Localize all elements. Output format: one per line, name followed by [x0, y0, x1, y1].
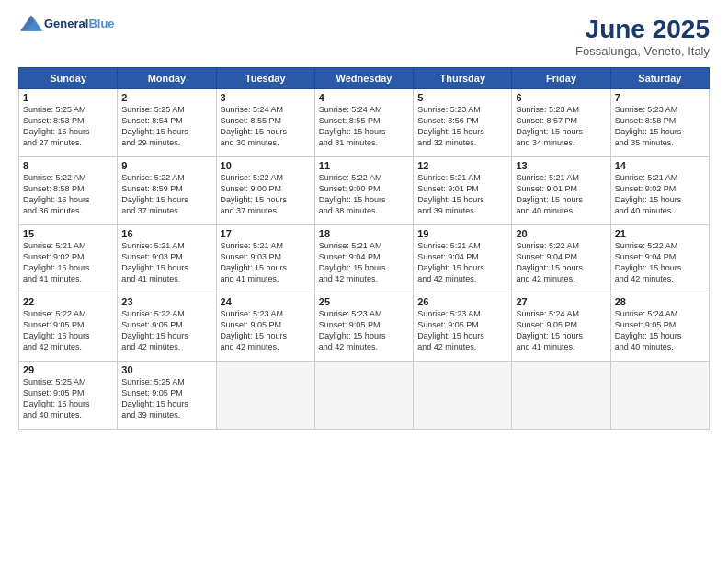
day-info: Sunrise: 5:22 AM Sunset: 9:04 PM Dayligh… [615, 240, 705, 285]
sunset: Sunset: 9:05 PM [121, 320, 183, 329]
day-info: Sunrise: 5:23 AM Sunset: 9:05 PM Dayligh… [221, 308, 311, 353]
sunset: Sunset: 9:05 PM [121, 388, 183, 397]
week-row-1: 1 Sunrise: 5:25 AM Sunset: 8:53 PM Dayli… [19, 89, 710, 157]
calendar-page: GeneralBlue June 2025 Fossalunga, Veneto… [0, 0, 728, 563]
daylight-label: Daylight: 15 hours [615, 127, 682, 136]
sunrise: Sunrise: 5:23 AM [516, 105, 579, 114]
daylight-minutes: and 35 minutes. [615, 138, 674, 147]
daylight-label: Daylight: 15 hours [221, 263, 288, 272]
day-number: 15 [23, 228, 113, 239]
daylight-minutes: and 40 minutes. [615, 206, 674, 215]
sunset: Sunset: 8:59 PM [121, 184, 183, 193]
day-cell-6: 6 Sunrise: 5:23 AM Sunset: 8:57 PM Dayli… [512, 89, 610, 157]
daylight-minutes: and 36 minutes. [23, 206, 82, 215]
day-number: 29 [23, 364, 113, 375]
daylight-minutes: and 41 minutes. [23, 274, 82, 283]
sunset: Sunset: 9:05 PM [319, 320, 381, 329]
daylight-minutes: and 37 minutes. [221, 206, 279, 215]
sunrise: Sunrise: 5:22 AM [121, 173, 185, 182]
day-info: Sunrise: 5:22 AM Sunset: 9:05 PM Dayligh… [121, 308, 211, 353]
day-info: Sunrise: 5:25 AM Sunset: 9:05 PM Dayligh… [23, 376, 113, 421]
day-number: 3 [221, 92, 311, 103]
sunrise: Sunrise: 5:21 AM [319, 241, 382, 250]
sunrise: Sunrise: 5:23 AM [417, 105, 481, 114]
sunrise: Sunrise: 5:22 AM [516, 241, 579, 250]
sunset: Sunset: 9:01 PM [417, 184, 479, 193]
sunset: Sunset: 9:00 PM [221, 184, 282, 193]
daylight-label: Daylight: 15 hours [23, 263, 90, 272]
empty-cell [512, 362, 610, 430]
day-number: 24 [221, 296, 311, 307]
daylight-minutes: and 39 minutes. [417, 206, 476, 215]
daylight-minutes: and 30 minutes. [221, 138, 279, 147]
sunrise: Sunrise: 5:25 AM [23, 105, 86, 114]
daylight-minutes: and 42 minutes. [319, 342, 378, 351]
day-number: 28 [615, 296, 705, 307]
day-cell-25: 25 Sunrise: 5:23 AM Sunset: 9:05 PM Dayl… [314, 293, 413, 362]
daylight-minutes: and 42 minutes. [516, 274, 574, 283]
day-cell-24: 24 Sunrise: 5:23 AM Sunset: 9:05 PM Dayl… [216, 293, 314, 362]
sunset: Sunset: 9:05 PM [221, 320, 282, 329]
day-info: Sunrise: 5:21 AM Sunset: 9:04 PM Dayligh… [319, 240, 409, 285]
day-cell-23: 23 Sunrise: 5:22 AM Sunset: 9:05 PM Dayl… [118, 293, 216, 362]
sunrise: Sunrise: 5:21 AM [121, 241, 185, 250]
daylight-minutes: and 42 minutes. [417, 274, 476, 283]
day-info: Sunrise: 5:24 AM Sunset: 9:05 PM Dayligh… [516, 308, 606, 353]
empty-cell [414, 362, 512, 430]
sunset: Sunset: 9:04 PM [319, 252, 381, 261]
daylight-minutes: and 41 minutes. [516, 342, 574, 351]
sunset: Sunset: 9:05 PM [516, 320, 577, 329]
daylight-label: Daylight: 15 hours [121, 127, 188, 136]
daylight-label: Daylight: 15 hours [23, 331, 90, 340]
day-info: Sunrise: 5:24 AM Sunset: 8:55 PM Dayligh… [221, 104, 311, 149]
sunset: Sunset: 9:02 PM [615, 184, 677, 193]
day-number: 18 [319, 228, 409, 239]
day-info: Sunrise: 5:22 AM Sunset: 8:59 PM Dayligh… [121, 172, 211, 217]
day-info: Sunrise: 5:22 AM Sunset: 9:04 PM Dayligh… [516, 240, 606, 285]
day-number: 11 [319, 160, 409, 171]
week-row-2: 8 Sunrise: 5:22 AM Sunset: 8:58 PM Dayli… [19, 157, 710, 225]
sunset: Sunset: 9:05 PM [23, 388, 85, 397]
daylight-minutes: and 40 minutes. [615, 342, 674, 351]
calendar-header-row: Sunday Monday Tuesday Wednesday Thursday… [19, 68, 710, 89]
sunrise: Sunrise: 5:21 AM [417, 241, 481, 250]
day-number: 25 [319, 296, 409, 307]
col-wednesday: Wednesday [314, 68, 413, 89]
sunset: Sunset: 9:00 PM [319, 184, 381, 193]
day-number: 30 [121, 364, 211, 375]
daylight-minutes: and 37 minutes. [121, 206, 180, 215]
daylight-label: Daylight: 15 hours [319, 127, 386, 136]
daylight-minutes: and 42 minutes. [417, 342, 476, 351]
sunrise: Sunrise: 5:25 AM [121, 377, 185, 386]
daylight-label: Daylight: 15 hours [121, 331, 188, 340]
day-info: Sunrise: 5:21 AM Sunset: 9:02 PM Dayligh… [615, 172, 705, 217]
daylight-label: Daylight: 15 hours [615, 331, 682, 340]
day-info: Sunrise: 5:21 AM Sunset: 9:01 PM Dayligh… [516, 172, 606, 217]
day-cell-7: 7 Sunrise: 5:23 AM Sunset: 8:58 PM Dayli… [610, 89, 709, 157]
day-cell-22: 22 Sunrise: 5:22 AM Sunset: 9:05 PM Dayl… [19, 293, 118, 362]
day-info: Sunrise: 5:25 AM Sunset: 9:05 PM Dayligh… [121, 376, 211, 421]
daylight-label: Daylight: 15 hours [121, 263, 188, 272]
sunrise: Sunrise: 5:23 AM [319, 309, 382, 318]
day-cell-29: 29 Sunrise: 5:25 AM Sunset: 9:05 PM Dayl… [19, 362, 118, 430]
col-saturday: Saturday [610, 68, 709, 89]
sunrise: Sunrise: 5:25 AM [23, 377, 86, 386]
day-cell-13: 13 Sunrise: 5:21 AM Sunset: 9:01 PM Dayl… [512, 157, 610, 225]
sunrise: Sunrise: 5:22 AM [615, 241, 678, 250]
day-info: Sunrise: 5:25 AM Sunset: 8:53 PM Dayligh… [23, 104, 113, 149]
day-info: Sunrise: 5:25 AM Sunset: 8:54 PM Dayligh… [121, 104, 211, 149]
day-info: Sunrise: 5:22 AM Sunset: 9:05 PM Dayligh… [23, 308, 113, 353]
daylight-minutes: and 39 minutes. [121, 410, 180, 419]
day-cell-2: 2 Sunrise: 5:25 AM Sunset: 8:54 PM Dayli… [118, 89, 216, 157]
sunset: Sunset: 9:04 PM [417, 252, 479, 261]
day-number: 12 [417, 160, 507, 171]
sunrise: Sunrise: 5:23 AM [615, 105, 678, 114]
col-friday: Friday [512, 68, 610, 89]
daylight-minutes: and 32 minutes. [417, 138, 476, 147]
day-info: Sunrise: 5:23 AM Sunset: 8:56 PM Dayligh… [417, 104, 507, 149]
day-info: Sunrise: 5:24 AM Sunset: 8:55 PM Dayligh… [319, 104, 409, 149]
sunrise: Sunrise: 5:21 AM [516, 173, 579, 182]
daylight-minutes: and 29 minutes. [121, 138, 180, 147]
day-cell-16: 16 Sunrise: 5:21 AM Sunset: 9:03 PM Dayl… [118, 225, 216, 293]
day-number: 20 [516, 228, 606, 239]
